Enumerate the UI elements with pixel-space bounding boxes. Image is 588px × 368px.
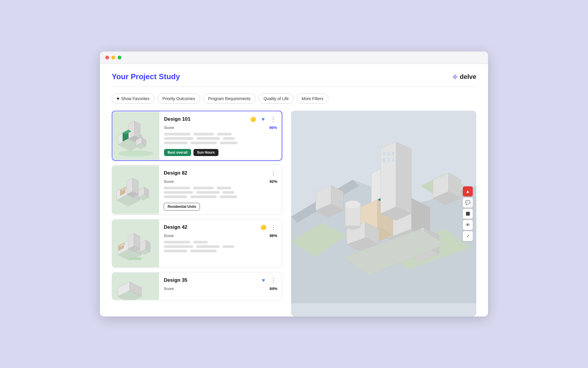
filter-label-program: Program Requirements [208, 96, 251, 101]
score-value-35: 84% [270, 286, 277, 291]
filter-bar: ♥ Show Favorites Priority Outcomes Progr… [112, 93, 476, 104]
svg-rect-71 [387, 158, 390, 162]
tag-best-overall: Best overall [164, 149, 191, 156]
comment-icon-42[interactable]: 🟡 [260, 223, 267, 231]
card-actions-82: ⋮ [270, 169, 277, 177]
main-content: Your Project Study ⊹ delve ♥ Show Favori… [100, 64, 488, 316]
app-window: Your Project Study ⊹ delve ♥ Show Favori… [100, 52, 488, 316]
score-row-82: Score 92% [164, 179, 277, 184]
svg-marker-18 [127, 178, 133, 194]
navigate-btn[interactable]: ▲ [463, 186, 473, 196]
svg-marker-5 [128, 121, 134, 139]
card-header-row-35: Design 35 ♥ ⋮ [164, 276, 277, 284]
card-actions-101: 🟡 ♥ ⋮ [249, 115, 277, 123]
more-icon-42[interactable]: ⋮ [270, 223, 277, 231]
titlebar [100, 52, 488, 64]
card-design-35[interactable]: Design 35 ♥ ⋮ Score 84% [112, 272, 282, 300]
score-row-35: Score 84% [164, 286, 277, 291]
filter-label-favorites: Show Favorites [121, 96, 149, 101]
card-design-101[interactable]: Design 101 🟡 ♥ ⋮ Score 96% [112, 111, 282, 161]
svg-rect-72 [392, 158, 394, 162]
page-title: Your Project Study [112, 72, 180, 81]
body-area: Design 101 🟡 ♥ ⋮ Score 96% [112, 111, 476, 316]
logo: ⊹ delve [452, 73, 476, 81]
filter-label-priority: Priority Outcomes [162, 96, 195, 101]
svg-rect-70 [383, 158, 385, 162]
svg-marker-66 [396, 142, 412, 214]
card-body-42: Design 42 🟡 ⋮ Score 86% [159, 219, 282, 268]
list-panel: Design 101 🟡 ♥ ⋮ Score 96% [112, 111, 285, 316]
card-design-42[interactable]: Design 42 🟡 ⋮ Score 86% [112, 219, 282, 268]
card-header-row-101: Design 101 🟡 ♥ ⋮ [164, 115, 277, 123]
card-thumb-42 [112, 219, 159, 268]
svg-rect-68 [387, 152, 390, 156]
card-name-101: Design 101 [164, 116, 191, 122]
card-design-82[interactable]: Design 82 ⋮ Score 92% [112, 165, 282, 215]
card-body-35: Design 35 ♥ ⋮ Score 84% [159, 272, 282, 300]
heart-icon-35[interactable]: ♥ [260, 276, 267, 284]
filter-quality-of-life[interactable]: Quality of Life [258, 93, 294, 104]
tag-residential-units: Residential Units [164, 203, 200, 210]
logo-icon: ⊹ [452, 73, 457, 80]
header-divider [112, 87, 476, 87]
score-label-42: Score [164, 233, 174, 238]
filter-priority-outcomes[interactable]: Priority Outcomes [157, 93, 200, 104]
card-body-101: Design 101 🟡 ♥ ⋮ Score 96% [159, 111, 282, 160]
card-header-row-82: Design 82 ⋮ [164, 169, 277, 177]
filter-label-quality: Quality of Life [263, 96, 289, 101]
card-name-35: Design 35 [164, 277, 187, 283]
svg-rect-67 [383, 152, 385, 156]
score-value-82: 92% [270, 179, 277, 184]
score-value-42: 86% [270, 233, 277, 238]
card-actions-35: ♥ ⋮ [260, 276, 277, 284]
header: Your Project Study ⊹ delve [112, 72, 476, 81]
logo-text: delve [460, 73, 476, 81]
comment-btn[interactable]: 💬 [463, 198, 473, 208]
heart-icon: ♥ [117, 96, 119, 101]
score-label-101: Score [164, 125, 174, 130]
measure-btn[interactable]: ⬛ [463, 209, 473, 219]
score-label-35: Score [164, 286, 174, 291]
filter-label-more: More Filters [302, 96, 323, 101]
filter-more-filters[interactable]: More Filters [297, 93, 328, 104]
map-panel: ▲ 💬 ⬛ 👁 ⤢ [291, 111, 476, 316]
heart-icon-101[interactable]: ♥ [259, 115, 267, 123]
score-row-101: Score 96% [164, 125, 277, 130]
dot-green[interactable] [118, 56, 121, 59]
card-name-42: Design 42 [164, 224, 187, 230]
svg-rect-37 [130, 258, 141, 260]
card-header-row-42: Design 42 🟡 ⋮ [164, 223, 277, 231]
score-value-101: 96% [269, 125, 277, 130]
svg-marker-6 [134, 121, 140, 139]
card-thumb-35 [112, 272, 159, 300]
score-label-82: Score [164, 179, 174, 184]
skeleton-lines-82 [164, 187, 277, 198]
card-thumb-82 [112, 165, 159, 215]
dot-yellow[interactable] [111, 56, 115, 59]
card-body-82: Design 82 ⋮ Score 92% [159, 165, 282, 215]
card-actions-42: 🟡 ⋮ [260, 223, 277, 231]
fullscreen-btn[interactable]: ⤢ [463, 231, 473, 241]
filter-program-requirements[interactable]: Program Requirements [203, 93, 256, 104]
card-tags-101: Best overall Sun Hours [164, 149, 277, 156]
view-btn[interactable]: 👁 [463, 220, 473, 230]
more-icon-101[interactable]: ⋮ [269, 115, 277, 123]
card-thumb-101 [112, 111, 159, 160]
card-tags-82: Residential Units [164, 203, 277, 210]
skeleton-lines-101 [164, 133, 277, 144]
tag-sun-hours: Sun Hours [193, 149, 218, 156]
svg-marker-19 [133, 178, 138, 194]
skeleton-lines-42 [164, 241, 277, 252]
svg-point-12 [118, 150, 153, 156]
more-icon-82[interactable]: ⋮ [270, 169, 277, 177]
score-row-42: Score 86% [164, 233, 277, 238]
comment-icon-101[interactable]: 🟡 [249, 115, 257, 123]
svg-point-75 [345, 200, 361, 208]
more-icon-35[interactable]: ⋮ [270, 276, 277, 284]
svg-rect-69 [392, 152, 394, 156]
map-controls: ▲ 💬 ⬛ 👁 ⤢ [463, 186, 473, 241]
card-name-82: Design 82 [164, 170, 187, 176]
dot-red[interactable] [105, 56, 109, 59]
filter-show-favorites[interactable]: ♥ Show Favorites [112, 93, 154, 104]
